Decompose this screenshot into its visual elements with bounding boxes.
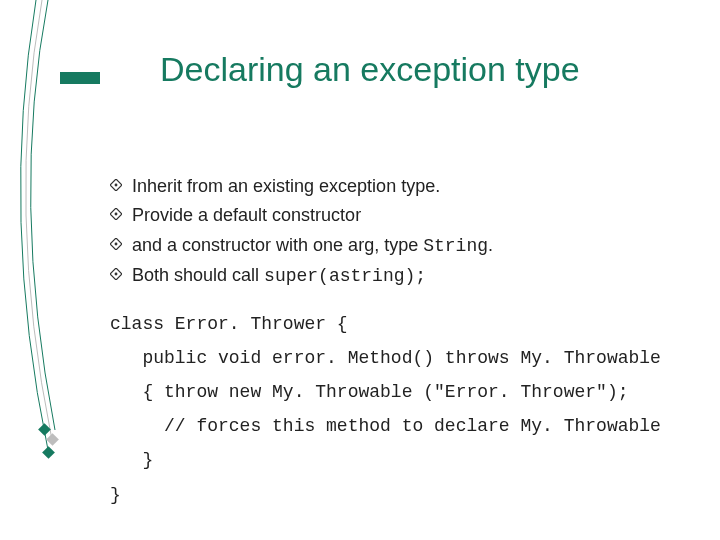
code-line: { throw new My. Throwable ("Error. Throw…: [110, 375, 670, 409]
title-bullet-shape: [60, 72, 100, 84]
bullet-text-pre: Both should call: [132, 265, 264, 285]
bullet-item: Both should call super(astring);: [110, 264, 670, 288]
bullet-code: super(astring);: [264, 266, 426, 286]
diamond-icon: [110, 234, 132, 250]
svg-point-3: [115, 184, 118, 187]
slide-title: Declaring an exception type: [160, 50, 580, 89]
bullet-text: Inherit from an existing exception type.: [132, 175, 440, 198]
bullet-text: Both should call super(astring);: [132, 264, 426, 288]
svg-rect-0: [38, 423, 51, 436]
code-line: // forces this method to declare My. Thr…: [110, 409, 670, 443]
diamond-icon: [110, 264, 132, 280]
code-line: public void error. Method() throws My. T…: [110, 341, 670, 375]
code-line: class Error. Thrower {: [110, 307, 670, 341]
code-line: }: [110, 443, 670, 477]
code-line: }: [110, 478, 670, 512]
bullet-text-pre: and a constructor with one arg, type: [132, 235, 423, 255]
svg-point-4: [115, 213, 118, 216]
bullet-text-post: .: [488, 235, 493, 255]
diamond-icon: [110, 175, 132, 191]
bullet-text: and a constructor with one arg, type Str…: [132, 234, 493, 258]
svg-rect-1: [46, 433, 59, 446]
diamond-icon: [110, 204, 132, 220]
svg-point-6: [115, 273, 118, 276]
bullet-item: Inherit from an existing exception type.: [110, 175, 670, 198]
code-block: class Error. Thrower { public void error…: [110, 307, 670, 512]
svg-point-5: [115, 242, 118, 245]
bullet-text: Provide a default constructor: [132, 204, 361, 227]
slide-body: Inherit from an existing exception type.…: [110, 175, 670, 512]
bullet-code: String: [423, 236, 488, 256]
bullet-item: Provide a default constructor: [110, 204, 670, 227]
svg-rect-2: [42, 446, 55, 459]
bullet-item: and a constructor with one arg, type Str…: [110, 234, 670, 258]
